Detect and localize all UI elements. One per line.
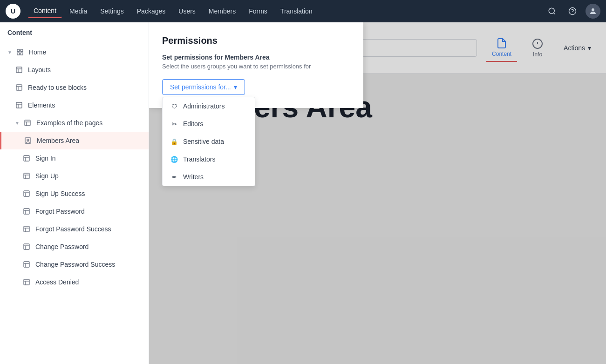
svg-point-21 <box>27 139 29 141</box>
svg-rect-34 <box>24 226 29 232</box>
nav-item-members[interactable]: Members <box>203 5 241 18</box>
dropdown-item-label: Editors <box>183 120 204 128</box>
sidebar-item-change-pw[interactable]: Change Password <box>0 238 149 256</box>
dropdown-item-label: Translators <box>183 155 216 163</box>
svg-point-0 <box>549 8 554 13</box>
sidebar-item-examples[interactable]: ▼ Examples of the pages <box>0 114 149 132</box>
dropdown-item-sensitive[interactable]: 🔒 Sensitive data <box>163 133 255 150</box>
svg-point-3 <box>592 8 594 11</box>
svg-rect-11 <box>16 85 22 90</box>
svg-rect-8 <box>16 67 22 73</box>
page-icon <box>22 189 31 198</box>
dropdown-item-editors[interactable]: ✂ Editors <box>163 115 255 133</box>
svg-rect-40 <box>24 262 29 267</box>
svg-rect-17 <box>25 120 30 126</box>
globe-icon: 🌐 <box>170 155 178 163</box>
sidebar-item-label: Layouts <box>28 66 51 74</box>
sidebar-item-label: Change Password <box>35 243 89 250</box>
home-icon <box>16 48 24 56</box>
nav-item-settings[interactable]: Settings <box>95 5 129 18</box>
page-icon <box>22 172 31 180</box>
nav-right <box>545 4 600 19</box>
nav-item-content[interactable]: Content <box>28 4 62 18</box>
nav-item-translation[interactable]: Translation <box>275 5 318 18</box>
sidebar-item-signup-success[interactable]: Sign Up Success <box>0 185 149 202</box>
svg-rect-43 <box>24 279 29 285</box>
permissions-overlay: Permissions Set permissions for Members … <box>149 22 606 364</box>
toggle-icon: ▼ <box>15 121 20 126</box>
svg-rect-22 <box>24 155 29 161</box>
sidebar-item-label: Examples of the pages <box>36 119 102 127</box>
dropdown-item-label: Sensitive data <box>183 138 224 145</box>
dropdown-item-writers[interactable]: ✒ Writers <box>163 168 255 186</box>
user-avatar[interactable] <box>586 4 600 19</box>
permissions-set-for-subtitle: Select the users groups you want to set … <box>162 63 350 70</box>
sidebar-item-signin[interactable]: Sign In <box>0 149 149 167</box>
page-icon <box>22 243 31 251</box>
svg-rect-14 <box>16 102 22 108</box>
sidebar-item-access-denied[interactable]: Access Denied <box>0 273 149 291</box>
pen-icon: ✒ <box>170 173 178 181</box>
dropdown-item-label: Administrators <box>183 102 225 110</box>
permissions-panel: Permissions Set permissions for Members … <box>149 22 363 108</box>
nav-item-forms[interactable]: Forms <box>243 5 273 18</box>
main-layout: Content ▼ Home Layouts Ready to use bloc… <box>0 22 606 364</box>
logo[interactable]: U <box>6 4 20 19</box>
sidebar-item-label: Members Area <box>37 137 79 144</box>
sidebar-item-label: Home <box>29 48 46 56</box>
sidebar-item-label: Forgot Password Success <box>35 225 111 233</box>
sidebar-item-blocks[interactable]: Ready to use blocks <box>0 79 149 96</box>
svg-rect-37 <box>24 244 29 249</box>
content-area: Content Info Actions ▾ Members Area d La… <box>149 22 606 364</box>
page-icon <box>22 207 31 216</box>
sidebar-item-change-pw-success[interactable]: Change Password Success <box>0 256 149 273</box>
nav-item-packages[interactable]: Packages <box>131 5 171 18</box>
nav-items: Content Media Settings Packages Users Me… <box>28 4 545 18</box>
set-permissions-label: Set permissions for... <box>170 83 231 91</box>
nav-item-media[interactable]: Media <box>64 5 93 18</box>
dropdown-item-translators[interactable]: 🌐 Translators <box>163 150 255 168</box>
svg-rect-5 <box>20 49 23 52</box>
sidebar-item-label: Change Password Success <box>35 261 115 268</box>
page-icon <box>22 260 31 269</box>
sidebar-item-home[interactable]: ▼ Home <box>0 43 149 61</box>
sidebar-item-forgot-pw[interactable]: Forgot Password <box>0 202 149 220</box>
examples-icon <box>23 119 32 127</box>
dropdown-chevron-icon: ▾ <box>234 83 237 91</box>
dropdown-item-label: Writers <box>183 173 204 181</box>
page-icon <box>22 278 31 286</box>
svg-rect-7 <box>20 53 23 55</box>
sidebar-item-label: Access Denied <box>35 278 79 286</box>
top-nav: U Content Media Settings Packages Users … <box>0 0 606 22</box>
sidebar-item-label: Forgot Password <box>35 208 85 215</box>
svg-rect-4 <box>17 49 20 52</box>
sidebar-item-label: Ready to use blocks <box>28 84 87 91</box>
sidebar-item-signup[interactable]: Sign Up <box>0 167 149 185</box>
shield-icon: 🛡 <box>170 102 178 110</box>
dropdown-item-administrators[interactable]: 🛡 Administrators <box>163 97 255 115</box>
sidebar-item-forgot-pw-success[interactable]: Forgot Password Success <box>0 220 149 238</box>
page-icon <box>22 225 31 233</box>
sidebar-item-label: Sign Up <box>35 172 59 180</box>
elements-icon <box>15 101 23 109</box>
sidebar-item-label: Sign Up Success <box>35 190 85 197</box>
permissions-set-for-title: Set permissions for Members Area <box>162 54 350 61</box>
svg-rect-6 <box>17 53 20 55</box>
sidebar-item-elements[interactable]: Elements <box>0 96 149 114</box>
set-permissions-button[interactable]: Set permissions for... ▾ <box>162 79 245 95</box>
sidebar-item-members-area[interactable]: Members Area <box>0 132 149 149</box>
lock-icon: 🔒 <box>170 137 178 146</box>
blocks-icon <box>15 83 23 92</box>
members-area-icon <box>24 136 32 145</box>
sidebar: Content ▼ Home Layouts Ready to use bloc… <box>0 22 149 364</box>
permissions-dropdown-container: Set permissions for... ▾ 🛡 Administrator… <box>162 79 245 95</box>
search-icon[interactable] <box>545 4 559 19</box>
svg-rect-25 <box>24 173 29 179</box>
svg-rect-28 <box>24 191 29 196</box>
svg-rect-31 <box>24 209 29 214</box>
sidebar-item-label: Sign In <box>35 155 56 162</box>
sidebar-item-layouts[interactable]: Layouts <box>0 61 149 79</box>
page-icon <box>15 66 23 74</box>
nav-item-users[interactable]: Users <box>173 5 201 18</box>
help-icon[interactable] <box>565 4 580 19</box>
